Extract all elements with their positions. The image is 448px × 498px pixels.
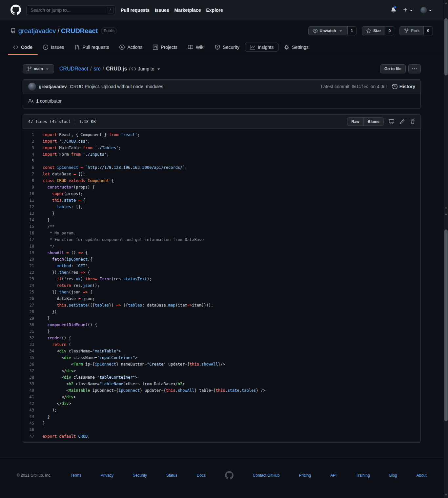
footer-link-about[interactable]: About	[417, 473, 427, 478]
footer-link-docs[interactable]: Docs	[197, 473, 206, 478]
footer-link-api[interactable]: API	[330, 473, 336, 478]
line-number-30[interactable]: 30	[23, 322, 39, 328]
footer-link-privacy[interactable]: Privacy	[101, 473, 113, 478]
footer-link-training[interactable]: Training	[356, 473, 370, 478]
line-number-35[interactable]: 35	[23, 354, 39, 361]
commit-sha-link[interactable]: 0e11fec	[352, 84, 368, 89]
line-number-20[interactable]: 20	[23, 256, 39, 263]
tab-code[interactable]: Code	[8, 41, 38, 55]
line-number-24[interactable]: 24	[23, 282, 39, 289]
page-scrollbar[interactable]: ▲ ▼ ▲ ▼	[443, 0, 448, 498]
tab-pull-requests[interactable]: Pull requests	[69, 41, 114, 55]
tab-actions[interactable]: Actions	[114, 41, 148, 55]
blame-button[interactable]: Blame	[363, 117, 384, 126]
footer-link-security[interactable]: Security	[133, 473, 147, 478]
repo-name-link[interactable]: CRUDReact	[61, 27, 98, 35]
star-button[interactable]: Star	[362, 26, 385, 35]
line-number-15[interactable]: 15	[23, 223, 39, 230]
line-number-45[interactable]: 45	[23, 420, 39, 427]
scrollbar-thumb-2[interactable]	[444, 229, 448, 421]
line-number-27[interactable]: 27	[23, 302, 39, 309]
trash-button[interactable]	[410, 119, 415, 124]
commit-author-avatar[interactable]	[28, 83, 36, 90]
star-counter[interactable]: 0	[385, 26, 395, 35]
line-number-36[interactable]: 36	[23, 361, 39, 368]
raw-button[interactable]: Raw	[347, 117, 364, 126]
scrollbar-thumb[interactable]	[444, 18, 448, 75]
footer-link-blog[interactable]: Blog	[389, 473, 397, 478]
more-options-button[interactable]	[408, 64, 421, 73]
line-number-40[interactable]: 40	[23, 387, 39, 394]
line-number-11[interactable]: 11	[23, 197, 39, 204]
search-input[interactable]	[26, 5, 115, 15]
line-number-38[interactable]: 38	[23, 374, 39, 381]
scroll-down-arrow-mid[interactable]: ▼	[444, 206, 448, 210]
line-number-43[interactable]: 43	[23, 407, 39, 413]
notifications-button[interactable]	[391, 7, 396, 13]
line-number-5[interactable]: 5	[23, 158, 39, 164]
footer-link-status[interactable]: Status	[166, 473, 177, 478]
line-number-13[interactable]: 13	[23, 210, 39, 217]
tab-settings[interactable]: Settings	[279, 41, 314, 55]
line-number-41[interactable]: 41	[23, 394, 39, 400]
line-number-3[interactable]: 3	[23, 145, 39, 151]
fork-button[interactable]: Fork	[399, 26, 424, 35]
line-number-12[interactable]: 12	[23, 204, 39, 210]
tab-insights[interactable]: Insights	[245, 41, 279, 55]
line-number-19[interactable]: 19	[23, 249, 39, 256]
fork-counter[interactable]: 0	[424, 26, 433, 35]
repo-owner-link[interactable]: greatjavadev	[18, 27, 56, 35]
line-number-7[interactable]: 7	[23, 171, 39, 177]
line-number-34[interactable]: 34	[23, 348, 39, 354]
footer-link-contact-github[interactable]: Contact GitHub	[253, 473, 280, 478]
line-number-44[interactable]: 44	[23, 413, 39, 420]
header-nav-marketplace[interactable]: Marketplace	[174, 8, 201, 13]
line-number-26[interactable]: 26	[23, 295, 39, 302]
commit-message-link[interactable]: CRUD Project. Upload without node_module…	[70, 84, 163, 89]
unwatch-button[interactable]: Unwatch	[308, 26, 348, 35]
line-number-17[interactable]: 17	[23, 236, 39, 243]
device-desktop-button[interactable]	[389, 119, 394, 124]
tab-issues[interactable]: Issues	[38, 41, 69, 55]
footer-link-terms[interactable]: Terms	[71, 473, 81, 478]
header-nav-issues[interactable]: Issues	[155, 8, 169, 13]
line-number-2[interactable]: 2	[23, 138, 39, 145]
line-number-4[interactable]: 4	[23, 151, 39, 158]
user-menu-button[interactable]	[420, 7, 433, 13]
header-nav-pull-requests[interactable]: Pull requests	[121, 8, 150, 13]
line-number-47[interactable]: 47	[23, 433, 39, 440]
breadcrumb-crudreact[interactable]: CRUDReact	[59, 66, 88, 72]
line-number-39[interactable]: 39	[23, 381, 39, 387]
pencil-button[interactable]	[399, 119, 405, 124]
line-number-18[interactable]: 18	[23, 243, 39, 249]
line-number-22[interactable]: 22	[23, 269, 39, 276]
line-number-16[interactable]: 16	[23, 230, 39, 236]
go-to-file-button[interactable]: Go to file	[380, 64, 406, 73]
github-logo[interactable]	[10, 5, 21, 16]
breadcrumb-src[interactable]: src	[93, 66, 100, 72]
jump-to-dropdown[interactable]: Jump to	[131, 66, 161, 71]
line-number-9[interactable]: 9	[23, 184, 39, 190]
scroll-up-arrow[interactable]: ▲	[444, 1, 448, 5]
tab-wiki[interactable]: Wiki	[183, 41, 210, 55]
scroll-up-arrow-mid[interactable]: ▲	[444, 212, 448, 216]
line-number-14[interactable]: 14	[23, 217, 39, 223]
history-link[interactable]: History	[392, 84, 415, 89]
unwatch-counter[interactable]: 1	[348, 26, 357, 35]
line-number-42[interactable]: 42	[23, 400, 39, 407]
line-number-28[interactable]: 28	[23, 309, 39, 315]
tab-projects[interactable]: Projects	[148, 41, 183, 55]
line-number-37[interactable]: 37	[23, 368, 39, 374]
commit-author-link[interactable]: greatjavadev	[39, 84, 67, 89]
line-number-8[interactable]: 8	[23, 177, 39, 184]
line-number-1[interactable]: 1	[23, 131, 39, 138]
tab-security[interactable]: Security	[210, 41, 245, 55]
line-number-10[interactable]: 10	[23, 190, 39, 197]
scroll-down-arrow[interactable]: ▼	[444, 493, 448, 497]
line-number-25[interactable]: 25	[23, 289, 39, 295]
footer-link-pricing[interactable]: Pricing	[299, 473, 311, 478]
line-number-33[interactable]: 33	[23, 341, 39, 348]
line-number-23[interactable]: 23	[23, 276, 39, 282]
branch-selector[interactable]: main	[23, 64, 54, 73]
line-number-6[interactable]: 6	[23, 164, 39, 171]
